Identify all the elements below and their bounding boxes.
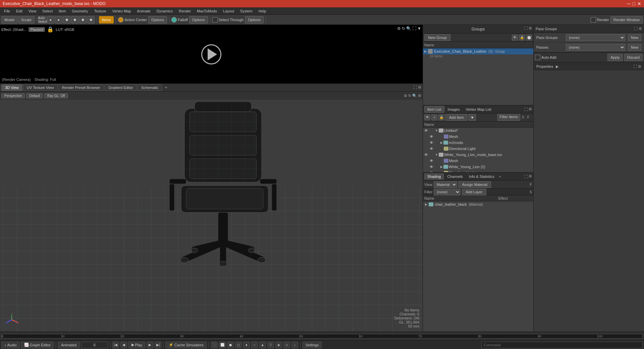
il-lock-btn[interactable]: 🔒 bbox=[438, 114, 444, 120]
apply-btn[interactable]: Apply bbox=[607, 54, 623, 61]
props-expand-icon[interactable]: ⛶ bbox=[633, 64, 637, 69]
menu-render[interactable]: Render bbox=[176, 8, 194, 14]
options1-btn[interactable]: Options bbox=[148, 16, 167, 23]
item-list-tab[interactable]: Item List bbox=[424, 106, 444, 113]
lock-icon[interactable]: 🔒 bbox=[47, 26, 54, 33]
tab-schematic[interactable]: Schematic bbox=[138, 84, 162, 91]
ray-gl-btn[interactable]: Ray GL: Off bbox=[44, 93, 68, 98]
il-eye-btn[interactable]: 👁 bbox=[424, 114, 430, 120]
props-gear-icon[interactable]: ⚙ bbox=[638, 64, 641, 69]
add-item-dropdown[interactable]: ▼ bbox=[469, 114, 476, 121]
play-button[interactable] bbox=[201, 44, 221, 64]
item-row-dirlight1[interactable]: 👁 Directional Light bbox=[423, 146, 533, 152]
groups-expand-icon[interactable]: ⛶ bbox=[524, 26, 528, 31]
item-row-white-young-lion[interactable]: 👁 ▶ White_Young_Lion (2) bbox=[423, 164, 533, 170]
pass-new-btn[interactable]: New bbox=[628, 34, 641, 41]
item-row-white-young[interactable]: 👁 ▼ White_Young_Lion_modo_base.lxo bbox=[423, 152, 533, 158]
pg-gear-icon[interactable]: ⚙ bbox=[639, 27, 642, 31]
pg-expand-icon[interactable]: ⛶ bbox=[634, 27, 638, 31]
prev-frame-btn[interactable]: ◀ bbox=[120, 342, 127, 348]
item-row-dirlight2[interactable]: 👁 Directional Light bbox=[423, 170, 533, 172]
go-end-btn[interactable]: ▶| bbox=[155, 342, 161, 348]
menu-select[interactable]: Select bbox=[40, 8, 55, 14]
menu-animate[interactable]: Animate bbox=[134, 8, 153, 14]
shading-f-btn[interactable]: F bbox=[530, 183, 532, 187]
menu-dynamics[interactable]: Dynamics bbox=[154, 8, 175, 14]
render-check[interactable] bbox=[591, 17, 596, 22]
extra-icon5[interactable]: ● bbox=[243, 342, 250, 348]
groups-lock-btn[interactable]: 🔒 bbox=[519, 35, 525, 41]
vp-gear-icon[interactable]: ⚙ bbox=[418, 94, 421, 98]
assign-material-btn[interactable]: Assign Material bbox=[459, 181, 491, 188]
groups-gear-icon[interactable]: ⚙ bbox=[529, 26, 532, 31]
groups-content[interactable]: ▶ Executive_Chair_Black_Leather (3) : Gr… bbox=[423, 48, 533, 105]
extra-icon4[interactable]: ◻ bbox=[235, 342, 242, 348]
action-center-circle[interactable] bbox=[118, 17, 123, 22]
model-btn[interactable]: Model bbox=[1, 16, 17, 23]
menu-system[interactable]: System bbox=[237, 8, 255, 14]
passes-new-btn[interactable]: New bbox=[628, 44, 641, 51]
shading-gear-icon[interactable]: ⚙ bbox=[529, 174, 532, 179]
vp-tab-gear-icon[interactable]: ⚙ bbox=[418, 85, 421, 90]
tab-3dview[interactable]: 3D View bbox=[1, 84, 22, 91]
minimize-btn[interactable]: ─ bbox=[627, 1, 631, 6]
viewport-3d[interactable]: Perspective Default Ray GL: Off ⚙ ↻ 🔍 ⚙ bbox=[0, 92, 423, 332]
channels-tab[interactable]: Channels bbox=[444, 174, 465, 179]
passes-select[interactable]: (none) bbox=[566, 44, 625, 51]
graph-editor-btn[interactable]: 📈 Graph Editor bbox=[21, 342, 54, 348]
vp-wheel-icon[interactable]: ⚙ bbox=[404, 94, 407, 98]
default-btn[interactable]: Default bbox=[26, 93, 43, 98]
options2-btn[interactable]: Options bbox=[189, 16, 208, 23]
f2-btn[interactable]: ● bbox=[55, 16, 62, 23]
preview-expand-icon[interactable]: ⛶ bbox=[412, 26, 416, 31]
close-btn[interactable]: ✕ bbox=[637, 1, 641, 6]
tab-uvtexture[interactable]: UV Texture View bbox=[23, 84, 58, 91]
cache-simulators-btn[interactable]: ⚡ Cache Simulators bbox=[166, 342, 207, 348]
perspective-btn[interactable]: Perspective bbox=[1, 93, 25, 98]
groups-eye-btn[interactable]: 👁 bbox=[512, 35, 518, 41]
icon3-btn[interactable]: ◆ bbox=[79, 16, 87, 23]
options3-btn[interactable]: Options bbox=[245, 16, 264, 23]
icon1-btn[interactable]: ◆ bbox=[63, 16, 70, 23]
preview-gear-icon[interactable]: ⚙ bbox=[397, 26, 401, 31]
menu-vertexmap[interactable]: Vertex Map bbox=[110, 8, 134, 14]
menu-view[interactable]: View bbox=[26, 8, 39, 14]
item-list-content[interactable]: 👁 ▼ Untitled* 👁 Mesh 👁 bbox=[423, 128, 533, 172]
extra-icon8[interactable]: ▽ bbox=[267, 342, 274, 348]
extra-icon7[interactable]: ▲ bbox=[259, 342, 266, 348]
shading-tab[interactable]: Shading bbox=[424, 173, 444, 180]
tab-renderpreset[interactable]: Render Preset Browser bbox=[58, 84, 104, 91]
shading-content[interactable]: ▶ chair_leather_black (Material) bbox=[423, 201, 533, 332]
icon2-btn[interactable]: ◆ bbox=[71, 16, 78, 23]
menu-item[interactable]: Item bbox=[56, 8, 68, 14]
item-list-gear-icon[interactable]: ⚙ bbox=[529, 107, 532, 111]
extra-icon10[interactable]: ◇ bbox=[283, 342, 290, 348]
add-item-btn[interactable]: Add Item bbox=[445, 114, 468, 121]
preview-zoom-icon[interactable]: 🔍 bbox=[406, 26, 411, 31]
select-through-check[interactable] bbox=[212, 17, 218, 22]
menu-texture[interactable]: Texture bbox=[92, 8, 109, 14]
vp-tab-expand-icon[interactable]: ⛶ bbox=[413, 85, 417, 90]
auto-select-btn[interactable]: Auto Select bbox=[39, 16, 46, 23]
extra-icon11[interactable]: ⬦ bbox=[291, 342, 298, 348]
falloff-circle[interactable] bbox=[171, 17, 177, 22]
il-add-btn[interactable]: + bbox=[431, 114, 437, 120]
vp-zoom-icon[interactable]: 🔍 bbox=[412, 94, 417, 98]
pass-groups-select[interactable]: (none) bbox=[566, 34, 625, 41]
add-tab-btn[interactable]: + bbox=[163, 84, 169, 91]
menu-file[interactable]: File bbox=[1, 8, 13, 14]
new-group-btn[interactable]: New Group bbox=[424, 34, 450, 41]
item-row-m2modo[interactable]: 👁 ▶ m2modo bbox=[423, 140, 533, 146]
timeline-track[interactable]: 0 10 20 30 40 50 60 70 80 90 100 bbox=[1, 334, 643, 339]
item-row-mesh1[interactable]: 👁 Mesh bbox=[423, 134, 533, 140]
properties-arrow-icon[interactable]: ▶ bbox=[556, 64, 558, 69]
menu-layout[interactable]: Layout bbox=[220, 8, 237, 14]
info-stats-tab[interactable]: Info & Statistics bbox=[466, 174, 497, 179]
filter-select[interactable]: (none) bbox=[434, 189, 461, 195]
vp-refresh-icon[interactable]: ↻ bbox=[408, 94, 411, 98]
animated-btn[interactable]: Animated bbox=[58, 342, 79, 348]
menu-geometry[interactable]: Geometry bbox=[69, 8, 91, 14]
shading-expand-icon[interactable]: ⛶ bbox=[524, 174, 528, 179]
auto-add-check[interactable] bbox=[535, 55, 540, 60]
render-window-btn[interactable]: Render Window bbox=[610, 16, 643, 23]
